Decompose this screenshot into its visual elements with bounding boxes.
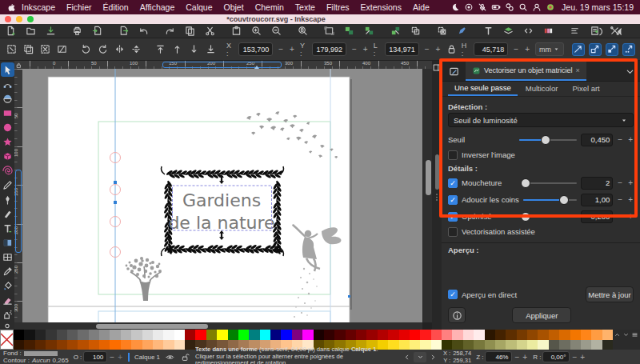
nav-down-icon[interactable] xyxy=(414,352,426,362)
palette-swatch[interactable] xyxy=(581,330,591,340)
zoom-field[interactable]: 46% xyxy=(485,351,512,362)
palette-swatch[interactable] xyxy=(485,330,495,340)
palette-swatch[interactable] xyxy=(46,340,56,350)
y-plus[interactable]: + xyxy=(362,45,369,54)
w-minus[interactable]: − xyxy=(424,45,430,54)
fill-stroke[interactable] xyxy=(456,25,468,37)
rotate-ccw[interactable] xyxy=(79,43,92,56)
palette-swatch[interactable] xyxy=(559,330,570,340)
divider-scroll-thumb[interactable] xyxy=(435,154,439,190)
user[interactable] xyxy=(530,2,543,13)
palette-swatch[interactable] xyxy=(570,330,581,340)
y-minus[interactable]: − xyxy=(351,45,358,54)
palette-swatch[interactable] xyxy=(517,330,527,340)
cut[interactable] xyxy=(204,25,216,37)
save[interactable] xyxy=(45,25,57,37)
palette-swatch[interactable] xyxy=(260,330,270,340)
app[interactable] xyxy=(543,2,557,13)
group[interactable] xyxy=(343,25,355,37)
multicolor[interactable]: Multicolor xyxy=(519,82,565,95)
display-frame[interactable] xyxy=(323,25,335,37)
palette-swatch[interactable] xyxy=(174,340,185,350)
palette-swatch[interactable] xyxy=(314,330,324,340)
palette-swatch[interactable] xyxy=(57,340,67,350)
color-management-icon[interactable] xyxy=(2,322,12,330)
vertical-ruler[interactable]: 50100150200250300 xyxy=(14,69,22,322)
ruler-corner-lock-icon[interactable] xyxy=(14,61,22,69)
palette-swatch[interactable] xyxy=(538,340,548,350)
w-plus[interactable]: + xyxy=(435,45,442,54)
palette-swatch[interactable] xyxy=(131,340,142,350)
palette-swatch[interactable] xyxy=(346,330,356,340)
une-seule-passe[interactable]: Une seule passe xyxy=(448,82,518,96)
palette-swatch[interactable] xyxy=(527,340,538,350)
drawing-canvas[interactable]: Gardiens de la nature xyxy=(22,69,422,322)
zoom-page[interactable] xyxy=(297,25,309,37)
height-field[interactable]: 45,718 xyxy=(474,42,508,56)
palette-swatch[interactable] xyxy=(420,330,430,340)
copy[interactable] xyxy=(184,25,196,37)
palette-swatch[interactable] xyxy=(185,330,195,340)
objet[interactable]: Objet xyxy=(218,2,250,12)
threshold-value[interactable]: 0,450 xyxy=(581,134,613,146)
palette-swatch[interactable] xyxy=(495,330,506,340)
rotation-plus[interactable]: + xyxy=(579,353,586,362)
detail-plus[interactable]: + xyxy=(627,212,634,221)
width-field[interactable]: 134,971 xyxy=(385,42,419,56)
scale-corners[interactable] xyxy=(589,43,602,56)
fill-stroke-indicator[interactable]: Fond : Contour :Aucun0,265 xyxy=(3,350,69,364)
detail-plus[interactable]: + xyxy=(627,195,634,204)
palette-swatch[interactable] xyxy=(292,330,302,340)
palette-swatch[interactable] xyxy=(527,330,538,340)
detail-value[interactable]: 1,00 xyxy=(581,194,613,206)
x-field[interactable]: 153,700 xyxy=(238,42,273,56)
raise-top[interactable] xyxy=(154,43,166,56)
palette-swatch[interactable] xyxy=(14,340,24,350)
palette-swatch[interactable] xyxy=(142,330,153,340)
chevron-down-icon[interactable] xyxy=(619,62,640,81)
palette-scroll-down-icon[interactable] xyxy=(622,330,630,338)
detail-checkbox[interactable] xyxy=(448,178,458,188)
detail-slider[interactable] xyxy=(523,212,577,222)
palette-swatch[interactable] xyxy=(442,330,452,340)
inkscape[interactable]: Inkscape xyxy=(16,2,61,12)
vertical-scrollbar[interactable] xyxy=(422,69,432,322)
opacity-plus[interactable]: + xyxy=(117,353,123,362)
palette-swatch[interactable] xyxy=(602,340,613,350)
apple-icon[interactable] xyxy=(6,2,16,13)
live-preview-checkbox[interactable] xyxy=(448,290,458,299)
rotation-minus[interactable]: − xyxy=(571,353,578,362)
flip-horizontal[interactable] xyxy=(113,43,126,56)
palette-swatch[interactable] xyxy=(356,330,366,340)
text-dialog[interactable] xyxy=(482,25,494,37)
palette-swatch[interactable] xyxy=(24,330,34,340)
calligraphy-tool[interactable] xyxy=(1,206,14,221)
star-tool[interactable] xyxy=(1,134,14,149)
deselect[interactable] xyxy=(38,43,51,56)
palette-swatch[interactable] xyxy=(249,330,259,340)
palette-swatch[interactable] xyxy=(228,330,238,340)
palette-swatch[interactable] xyxy=(591,340,602,350)
search[interactable] xyxy=(516,2,530,13)
fill-swatch[interactable] xyxy=(24,351,58,356)
detail-value[interactable]: 0,200 xyxy=(581,210,613,223)
unit-dropdown[interactable]: mm xyxy=(535,42,564,56)
h-plus[interactable]: + xyxy=(524,45,530,54)
palette-swatch[interactable] xyxy=(238,330,249,340)
new-document[interactable] xyxy=(5,25,17,37)
palette-swatch[interactable] xyxy=(485,340,495,350)
mesh-tool[interactable] xyxy=(1,250,14,264)
palette-swatch[interactable] xyxy=(78,330,88,340)
paste[interactable] xyxy=(230,25,242,37)
rotation-field[interactable]: 0,00° xyxy=(542,351,570,362)
palette-swatch[interactable] xyxy=(388,330,398,340)
horizontal-scrollbar-thumb[interactable] xyxy=(96,324,208,329)
vertical-scrollbar-thumb[interactable] xyxy=(426,160,431,195)
palette-swatch[interactable] xyxy=(378,330,388,340)
detail-minus[interactable]: − xyxy=(617,178,623,187)
scale-pattern[interactable] xyxy=(622,43,635,56)
palette-swatch[interactable] xyxy=(57,330,67,340)
export[interactable] xyxy=(118,25,130,37)
threshold-slider[interactable] xyxy=(519,135,577,145)
no-color-swatch[interactable] xyxy=(0,330,14,350)
